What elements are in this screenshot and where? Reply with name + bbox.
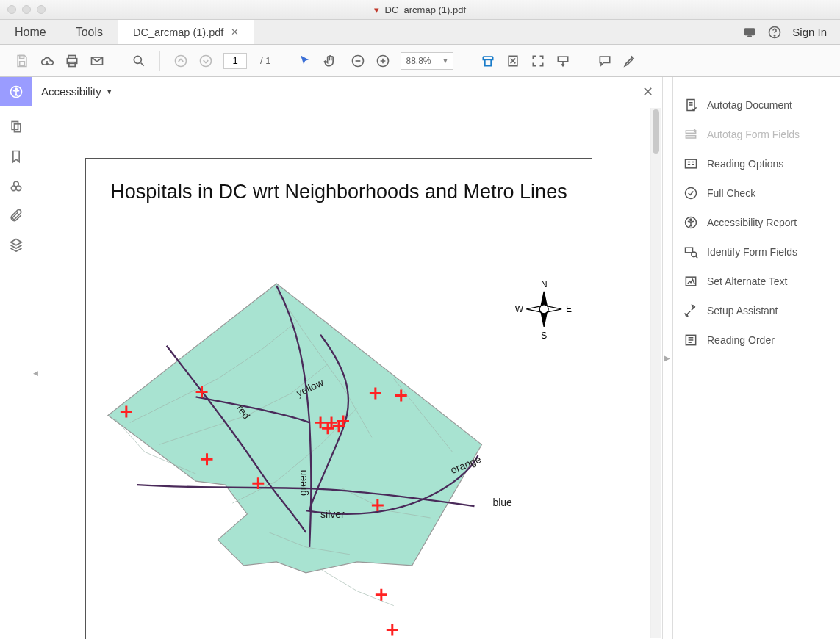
save-icon[interactable]	[15, 54, 29, 68]
svg-point-18	[15, 88, 17, 90]
page-total-label: / 1	[260, 55, 270, 66]
zoom-level-label: 88.8%	[406, 56, 431, 66]
collapse-left-handle[interactable]: ◀	[32, 358, 39, 388]
search-icon[interactable]	[132, 54, 146, 68]
rp-label: Accessibility Report	[707, 217, 797, 228]
mail-icon[interactable]	[90, 54, 104, 68]
map-graphic: red yellow green silver orange blue	[86, 217, 592, 639]
read-mode-icon[interactable]	[556, 54, 570, 68]
window-minimize-button[interactable]	[22, 5, 31, 14]
svg-text:blue: blue	[492, 497, 512, 508]
arrow-select-icon[interactable]	[298, 54, 312, 68]
tab-document-label: DC_arcmap (1).pdf	[133, 26, 223, 38]
accessibility-toolbar: Accessibility ▼ ✕	[32, 77, 662, 106]
map-title: Hospitals in DC wrt Neighborhoods and Me…	[86, 181, 592, 203]
svg-marker-24	[108, 284, 482, 573]
rail-tags-icon[interactable]	[0, 171, 32, 201]
fit-width-icon[interactable]	[481, 54, 495, 68]
rp-full-check[interactable]: Full Check	[673, 178, 840, 208]
svg-text:W: W	[515, 304, 524, 314]
svg-text:E: E	[566, 304, 572, 314]
window-close-button[interactable]	[7, 5, 16, 14]
chevron-right-icon: ▶	[664, 354, 670, 362]
rp-reading-order[interactable]: Reading Order	[673, 325, 840, 355]
rp-label: Full Check	[707, 187, 755, 199]
window-title: ▾ DC_arcmap (1).pdf	[0, 4, 840, 15]
rail-accessibility-icon[interactable]	[0, 77, 32, 106]
rp-label: Reading Options	[707, 158, 783, 170]
comment-icon[interactable]	[597, 54, 612, 68]
help-icon[interactable]	[767, 25, 782, 40]
highlight-icon[interactable]	[622, 54, 637, 68]
rp-autotag-form-fields: Autotag Form Fields	[673, 120, 840, 149]
rp-label: Autotag Document	[707, 99, 792, 111]
svg-text:N: N	[541, 279, 548, 289]
window-titlebar: ▾ DC_arcmap (1).pdf	[0, 0, 840, 20]
pdf-icon: ▾	[374, 4, 379, 15]
svg-point-44	[690, 219, 692, 221]
window-zoom-button[interactable]	[37, 5, 46, 14]
rp-label: Autotag Form Fields	[707, 129, 800, 140]
notification-icon[interactable]	[742, 25, 757, 40]
cloud-icon[interactable]	[40, 54, 54, 68]
rp-label: Reading Order	[707, 334, 775, 346]
document-viewport[interactable]: ◀ Hospitals in DC wrt Neighborhoods and …	[32, 106, 662, 639]
collapse-right-handle[interactable]: ▶	[662, 77, 672, 639]
svg-point-22	[11, 186, 16, 191]
pdf-page: Hospitals in DC wrt Neighborhoods and Me…	[85, 158, 592, 639]
rp-identify-form-fields[interactable]: Identify Form Fields	[673, 237, 840, 267]
fullscreen-icon[interactable]	[531, 54, 545, 68]
zoom-in-icon[interactable]	[376, 54, 390, 68]
svg-rect-20	[14, 124, 20, 132]
vertical-scrollbar[interactable]	[650, 108, 661, 638]
svg-rect-0	[744, 28, 755, 35]
rp-label: Setup Assistant	[707, 305, 778, 317]
svg-point-2	[775, 35, 775, 35]
svg-rect-40	[686, 136, 695, 138]
zoom-out-icon[interactable]	[351, 54, 365, 68]
svg-text:S: S	[541, 331, 547, 341]
svg-rect-41	[686, 159, 697, 168]
left-rail	[0, 77, 32, 639]
svg-text:silver: silver	[320, 508, 345, 520]
svg-rect-14	[485, 59, 491, 65]
rp-autotag-document[interactable]: Autotag Document	[673, 90, 840, 120]
print-icon[interactable]	[65, 54, 79, 68]
svg-rect-16	[559, 57, 568, 62]
rail-bookmark-icon[interactable]	[0, 142, 32, 171]
sign-in-button[interactable]: Sign In	[792, 26, 827, 38]
rail-attachment-icon[interactable]	[0, 201, 32, 230]
window-controls	[0, 5, 46, 14]
page-up-icon[interactable]	[173, 54, 188, 68]
svg-point-42	[686, 188, 697, 199]
page-number-input[interactable]	[223, 53, 247, 69]
svg-point-46	[692, 252, 697, 257]
rail-thumbnails-icon[interactable]	[0, 112, 32, 142]
rp-set-alternate-text[interactable]: Set Alternate Text	[673, 267, 840, 296]
chevron-down-icon[interactable]: ▼	[106, 87, 113, 95]
rail-layers-icon[interactable]	[0, 230, 32, 259]
tab-home[interactable]: Home	[0, 20, 61, 44]
rp-label: Identify Form Fields	[707, 246, 797, 258]
svg-point-10	[176, 55, 187, 66]
fit-page-icon[interactable]	[506, 54, 520, 68]
rp-setup-assistant[interactable]: Setup Assistant	[673, 296, 840, 325]
close-panel-button[interactable]: ✕	[642, 84, 653, 100]
svg-rect-45	[686, 248, 693, 253]
tab-tools[interactable]: Tools	[61, 20, 118, 44]
tab-close-icon[interactable]: ✕	[231, 26, 239, 37]
svg-rect-3	[20, 55, 24, 58]
svg-point-11	[201, 55, 212, 66]
svg-rect-47	[686, 277, 695, 286]
svg-point-23	[16, 186, 21, 191]
main-toolbar: / 1 88.8% ▼	[0, 45, 840, 77]
zoom-level-select[interactable]: 88.8% ▼	[401, 52, 453, 70]
rp-label: Set Alternate Text	[707, 275, 787, 287]
scrollbar-thumb[interactable]	[653, 109, 659, 154]
page-down-icon[interactable]	[198, 54, 213, 68]
rp-reading-options[interactable]: Reading Options	[673, 149, 840, 178]
window-title-text: DC_arcmap (1).pdf	[385, 4, 467, 15]
tab-document[interactable]: DC_arcmap (1).pdf ✕	[118, 20, 254, 44]
hand-pan-icon[interactable]	[323, 54, 337, 68]
rp-accessibility-report[interactable]: Accessibility Report	[673, 208, 840, 237]
